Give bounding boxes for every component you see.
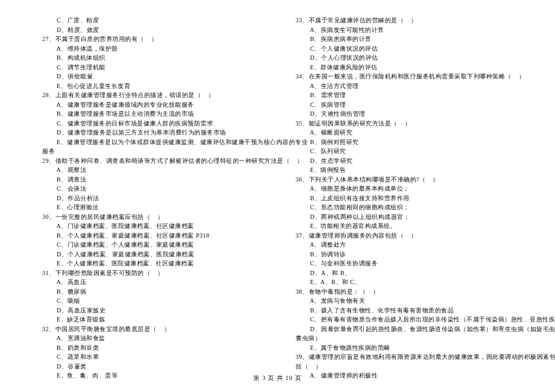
text-line: D、生态学研究 <box>296 156 531 166</box>
text-line: C、吸烟 <box>42 296 278 306</box>
text-line: D、灾难性病伤管理 <box>296 109 531 119</box>
text-line: D、谷薯类 <box>42 362 278 371</box>
text-line: B、糖尿病 <box>42 287 278 297</box>
text-line: A、观察法 <box>42 165 278 175</box>
text-line: E、病例报告 <box>296 165 531 175</box>
text-line: D、个人心理状况的评估 <box>296 53 531 63</box>
text-line: B、调查法 <box>42 175 278 185</box>
text-line: C、形态功能相同的细胞构成组织； <box>296 203 531 212</box>
text-line: B、健康管理服务市场是以主动消费为主流的市场 <box>42 109 278 119</box>
text-line: D、供给能量 <box>42 72 278 81</box>
text-line: C、会谈法 <box>42 184 278 194</box>
text-line: 囊虫病） <box>296 334 531 343</box>
text-line: E、缺乏体育锻炼 <box>42 315 278 324</box>
text-line: B、疾病患病率的计算 <box>296 34 531 44</box>
text-line: A、横断面研究 <box>296 128 531 138</box>
text-line: D、作品分析法 <box>42 194 278 203</box>
page-footer: 第 3 页 共 10 页 <box>0 373 555 383</box>
text-line: D、A、和 B、 <box>296 268 531 278</box>
text-line: E、群体健康风险的评估 <box>296 63 531 72</box>
text-line: E、健康管理服务是以为个体或群体提供健康监测、健康评估和健康干预为核心内容的专业 <box>42 138 278 147</box>
text-line: 39、健康管理的宗旨是有效地利用有限资源来达到最大的健康效果，因此要调动的积极因… <box>296 352 531 362</box>
text-line: D、高血压家族史 <box>42 306 278 315</box>
text-line: B、构成机体组织 <box>42 53 278 63</box>
text-line: 34、在美国一般来说，医疗保险机构和医疗服务机构需要采取下列哪种策略（ ） <box>296 72 531 81</box>
text-line: D、个人健康档案、家庭健康档案、医院健康档案 <box>42 250 278 259</box>
text-line: A、门诊健康档案、医院健康档案、社区健康档案 <box>42 221 278 231</box>
text-line: 服务 <box>42 147 278 156</box>
text-line: E、属于食物源性疾病的范畴 <box>296 343 531 353</box>
text-line: C、把有毒有害物质当作食品摄入后所出现的非传染性（不属于传染病）急性、亚急性疾病 <box>296 315 531 324</box>
text-line: A、细胞是身体的最基本构成单位； <box>296 184 531 194</box>
text-line: 32、中国居民平衡膳食宝塔的最底层是（ ） <box>42 324 278 334</box>
text-line: C、与全科医生协调服务 <box>296 259 531 268</box>
text-line: D、健康管理服务是以第三方支付为基本消费行为的服务市场 <box>42 128 278 138</box>
text-line: A、维持体温，保护脏 <box>42 44 278 54</box>
text-line: B、需求管理 <box>296 90 531 100</box>
text-line: A、疾病发生可能性的计算 <box>296 25 531 35</box>
text-line: B、个人健康档案、家庭健康档案、社区健康档案 P318 <box>42 231 278 241</box>
text-line: C、广度、精度 <box>42 16 278 25</box>
text-line: 36、下列关于人体基本结构哪项是不准确的?（ ） <box>296 175 531 185</box>
text-line: C、疾病管理 <box>296 100 531 110</box>
text-line: 35、能证明因果联系的研究方法是（ ） <box>296 119 531 128</box>
text-line: 27、不属于蛋白质的营养功用的有（ ） <box>42 34 278 44</box>
text-line: 30、一份完整的居民健康档案应包括（ ） <box>42 212 278 222</box>
text-line: B、摄入了含有生物性、化学性有毒有害物质的食品 <box>296 306 531 315</box>
text-line: A、烹调油和食盐 <box>42 334 278 343</box>
text-line: 33、不属于常见健康评估的范畴的是（ ） <box>296 16 531 25</box>
text-line: D、两种或两种以上组织构成器官； <box>296 212 531 222</box>
text-line: A、调整处方 <box>296 240 531 250</box>
text-line: B、协调转诊 <box>296 250 531 259</box>
text-line: A、高血压 <box>42 277 278 287</box>
text-line: 28、上面有关健康管理服务行业特点的描述，错误的是（ ） <box>42 90 278 100</box>
text-line: C、个人健康状况的评估 <box>296 44 531 54</box>
text-line: E、包心促进儿童生长发育 <box>42 81 278 91</box>
text-line: E、A、B、和 C、 <box>296 277 531 287</box>
text-line: 31、下列哪些危险因素是不可预防的（ ） <box>42 268 278 278</box>
text-line: C、健康管理服务的目标市场是健康人群的疾病预防需求 <box>42 119 278 128</box>
text-line: 38、食物中毒指的是：（ ） <box>296 287 531 297</box>
text-line: A、健康管理服务是健康领域内的专业化技能服务 <box>42 100 278 110</box>
text-line: B、病例对照研究 <box>296 138 531 147</box>
page-body: C、广度、精度 D、精度、效度27、不属于蛋白质的营养功用的有（ ） A、维持体… <box>0 0 555 381</box>
text-line: C、门诊健康档案、个人健康档案、家庭健康档案 <box>42 240 278 250</box>
text-line: 37、健康管理师协调服务的内容包括（ ） <box>296 231 531 241</box>
text-line: D、精度、效度 <box>42 25 278 35</box>
text-line: E、功能相关的器官构成系统。 <box>296 221 531 231</box>
text-line: 括（ ） <box>296 362 531 371</box>
text-line: A、生活方式管理 <box>296 81 531 91</box>
text-line: C、蔬菜和水果 <box>42 352 278 362</box>
text-line: E、个人健康档案、医院健康档案、社区健康档案 <box>42 259 278 268</box>
text-line: A、发病与食物有关 <box>296 296 531 306</box>
right-column: 33、不属于常见健康评估的范畴的是（ ） A、疾病发生可能性的计算 B、疾病患病… <box>296 16 531 381</box>
text-line: B、上皮组织有连接支持和营养作用 <box>296 194 531 203</box>
text-line: C、调节生理机能 <box>42 63 278 72</box>
text-line: 29、借助于各种问卷、调查表和晤谈等方式了解被评估者的心理特征的一种研究方法是（… <box>42 156 278 166</box>
text-line: E、心理测验法 <box>42 203 278 212</box>
text-line: C、队列研究 <box>296 147 531 156</box>
text-line: D、因暴饮暴食而引起的急性肠炎、食源性肠道传染病（如伤寒）和寄生虫病（如旋毛虫、 <box>296 324 531 334</box>
left-column: C、广度、精度 D、精度、效度27、不属于蛋白质的营养功用的有（ ） A、维持体… <box>42 16 278 381</box>
text-line: B、奶类和豆类 <box>42 343 278 353</box>
